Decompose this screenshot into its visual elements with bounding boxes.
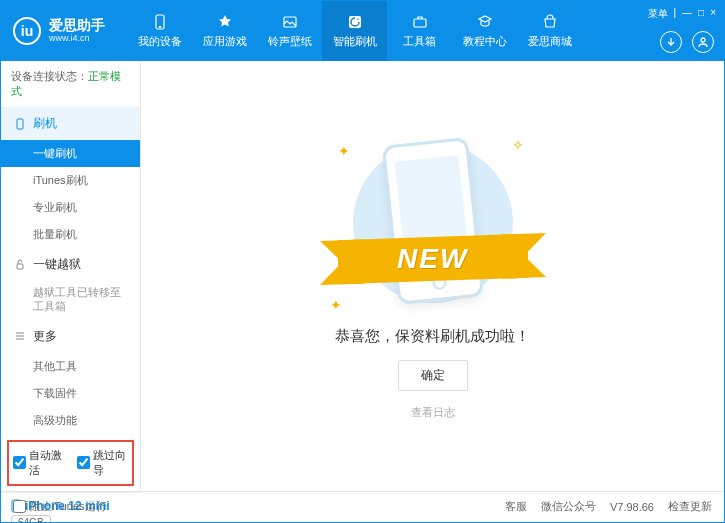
- phone-icon: [151, 13, 169, 31]
- brand-name: 爱思助手: [49, 18, 105, 33]
- lock-icon: [13, 259, 27, 271]
- svg-point-1: [159, 26, 160, 27]
- sidebar: 设备连接状态：正常模式 刷机 一键刷机 iTunes刷机 专业刷机 批量刷机 一…: [1, 61, 141, 491]
- sidebar-item-other-tools[interactable]: 其他工具: [1, 353, 140, 380]
- app-logo-icon: iu: [13, 17, 41, 45]
- block-itunes-input[interactable]: [13, 500, 26, 513]
- jailbreak-note: 越狱工具已转移至工具箱: [1, 281, 140, 320]
- device-status: 设备连接状态：正常模式: [1, 61, 140, 107]
- check-update-link[interactable]: 检查更新: [668, 499, 712, 514]
- options-highlight-box: 自动激活 跳过向导: [7, 440, 134, 486]
- svg-rect-6: [17, 119, 23, 129]
- block-itunes-checkbox[interactable]: 阻止iTunes运行: [13, 499, 107, 514]
- ribbon-text: NEW: [397, 243, 468, 275]
- sidebar-item-download-firmware[interactable]: 下载固件: [1, 380, 140, 407]
- main-nav: 我的设备 应用游戏 铃声壁纸 智能刷机 工具箱 教程中心 爱思商城: [127, 1, 582, 61]
- apps-icon: [216, 13, 234, 31]
- view-log-link[interactable]: 查看日志: [411, 405, 455, 420]
- nav-label: 我的设备: [138, 34, 182, 49]
- download-button[interactable]: [660, 31, 682, 53]
- version-label: V7.98.66: [610, 501, 654, 513]
- nav-label: 铃声壁纸: [268, 34, 312, 49]
- store-icon: [541, 13, 559, 31]
- nav-label: 智能刷机: [333, 34, 377, 49]
- app-header: iu 爱思助手 www.i4.cn 我的设备 应用游戏 铃声壁纸 智能刷机 工具…: [1, 1, 724, 61]
- nav-apps-games[interactable]: 应用游戏: [192, 1, 257, 61]
- sidebar-item-itunes-flash[interactable]: iTunes刷机: [1, 167, 140, 194]
- svg-point-5: [701, 38, 705, 42]
- success-illustration: ✦ ✧ ✦ NEW: [328, 133, 538, 313]
- skip-guide-checkbox[interactable]: 跳过向导: [77, 448, 129, 478]
- customer-service-link[interactable]: 客服: [505, 499, 527, 514]
- section-title: 更多: [33, 328, 57, 345]
- skip-guide-input[interactable]: [77, 456, 90, 469]
- section-title: 刷机: [33, 115, 57, 132]
- sidebar-item-pro-flash[interactable]: 专业刷机: [1, 194, 140, 221]
- menu-button[interactable]: 菜单: [648, 7, 668, 21]
- nav-store[interactable]: 爱思商城: [517, 1, 582, 61]
- sidebar-item-oneclick-flash[interactable]: 一键刷机: [1, 140, 140, 167]
- nav-tutorials[interactable]: 教程中心: [452, 1, 517, 61]
- window-controls: 菜单 | — □ ×: [648, 7, 717, 21]
- sparkle-icon: ✦: [330, 297, 342, 313]
- nav-label: 工具箱: [403, 34, 436, 49]
- main-content: ✦ ✧ ✦ NEW 恭喜您，保资料刷机成功啦！ 确定 查看日志: [141, 61, 724, 491]
- nav-toolbox[interactable]: 工具箱: [387, 1, 452, 61]
- device-storage: 64GB: [11, 515, 51, 523]
- phone-icon: [13, 118, 27, 130]
- sparkle-icon: ✧: [512, 137, 524, 153]
- svg-rect-7: [17, 264, 23, 269]
- flash-icon: [346, 13, 364, 31]
- nav-label: 应用游戏: [203, 34, 247, 49]
- sparkle-icon: ✦: [338, 143, 350, 159]
- ok-button[interactable]: 确定: [398, 360, 468, 391]
- nav-label: 爱思商城: [528, 34, 572, 49]
- toolbox-icon: [411, 13, 429, 31]
- user-button[interactable]: [692, 31, 714, 53]
- sidebar-section-jailbreak[interactable]: 一键越狱: [1, 248, 140, 281]
- new-ribbon: NEW: [338, 233, 528, 284]
- nav-my-device[interactable]: 我的设备: [127, 1, 192, 61]
- brand-url: www.i4.cn: [49, 34, 105, 44]
- sidebar-section-flash[interactable]: 刷机: [1, 107, 140, 140]
- minimize-button[interactable]: —: [682, 7, 692, 21]
- auto-activate-input[interactable]: [13, 456, 26, 469]
- nav-label: 教程中心: [463, 34, 507, 49]
- close-button[interactable]: ×: [710, 7, 716, 21]
- tutorial-icon: [476, 13, 494, 31]
- sidebar-item-advanced[interactable]: 高级功能: [1, 407, 140, 434]
- svg-rect-4: [414, 19, 426, 27]
- sidebar-section-more[interactable]: 更多: [1, 320, 140, 353]
- auto-activate-checkbox[interactable]: 自动激活: [13, 448, 65, 478]
- menu-icon: [13, 330, 27, 342]
- wallpaper-icon: [281, 13, 299, 31]
- wechat-link[interactable]: 微信公众号: [541, 499, 596, 514]
- sidebar-item-batch-flash[interactable]: 批量刷机: [1, 221, 140, 248]
- nav-ringtone-wallpaper[interactable]: 铃声壁纸: [257, 1, 322, 61]
- maximize-button[interactable]: □: [698, 7, 704, 21]
- section-title: 一键越狱: [33, 256, 81, 273]
- success-message: 恭喜您，保资料刷机成功啦！: [335, 327, 530, 346]
- nav-smart-flash[interactable]: 智能刷机: [322, 1, 387, 61]
- logo-area: iu 爱思助手 www.i4.cn: [1, 17, 117, 45]
